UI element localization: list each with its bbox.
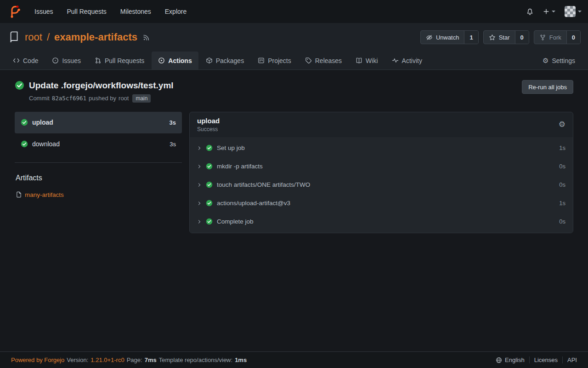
step-row-upload-artifact[interactable]: actions/upload-artifact@v3 1s <box>190 194 573 213</box>
step-duration: 1s <box>559 144 565 151</box>
run-header: Update .forgejo/workflows/test.yml Commi… <box>15 80 573 103</box>
template-label: Template repo/actions/view: <box>159 356 232 363</box>
version-link[interactable]: 1.21.0+1-rc0 <box>90 356 124 363</box>
star-count[interactable]: 0 <box>515 31 529 44</box>
steps-list: Set up job 1s mkdir -p artifacts 0s touc… <box>190 137 573 233</box>
job-row-download[interactable]: download 3s <box>15 133 182 155</box>
language-selector[interactable]: English <box>491 356 529 363</box>
branch-badge[interactable]: main <box>132 94 151 103</box>
package-icon <box>206 57 213 64</box>
step-label: actions/upload-artifact@v3 <box>217 200 290 207</box>
step-duration: 0s <box>559 218 565 225</box>
step-success-icon <box>206 181 213 188</box>
job-sidebar: upload 3s download 3s Artifacts many-art… <box>15 112 182 198</box>
gear-icon: ⚙ <box>543 57 548 64</box>
language-label: English <box>505 356 525 363</box>
unwatch-button[interactable]: Unwatch 1 <box>420 30 479 44</box>
powered-by-link[interactable]: Powered by Forgejo <box>11 356 64 363</box>
job-detail-status: Success <box>197 126 220 132</box>
page-label: Page: <box>127 356 142 363</box>
tab-projects[interactable]: Projects <box>251 52 298 69</box>
artifact-item[interactable]: many-artifacts <box>16 191 182 198</box>
job-success-icon <box>21 119 28 126</box>
api-link[interactable]: API <box>562 356 577 363</box>
tab-projects-label: Projects <box>268 57 291 64</box>
job-options-gear-icon[interactable]: ⚙ <box>559 121 565 128</box>
run-success-icon <box>15 80 24 90</box>
watch-count[interactable]: 1 <box>464 31 478 44</box>
repo-owner-link[interactable]: root <box>25 31 42 43</box>
project-board-icon <box>258 57 265 64</box>
rss-icon[interactable] <box>143 34 150 41</box>
step-success-icon <box>206 200 213 207</box>
run-title: Update .forgejo/workflows/test.yml <box>29 80 174 91</box>
tab-activity-label: Activity <box>402 57 422 64</box>
licenses-link[interactable]: Licenses <box>529 356 562 363</box>
version-label: Version: <box>67 356 88 363</box>
job-detail-name: upload <box>197 117 220 125</box>
fork-button[interactable]: Fork 0 <box>534 30 581 44</box>
step-duration: 1s <box>559 200 565 207</box>
fork-count[interactable]: 0 <box>566 31 580 44</box>
notifications-bell-icon[interactable] <box>526 8 534 16</box>
commit-author-link[interactable]: root <box>119 95 129 102</box>
commit-line: Commit 82a5cf6961 pushed by root main <box>29 94 174 103</box>
tab-packages-label: Packages <box>216 57 244 64</box>
user-menu[interactable] <box>565 6 582 17</box>
artifact-link[interactable]: many-artifacts <box>25 191 64 198</box>
pull-request-icon <box>95 57 102 64</box>
issue-circle-icon <box>52 57 59 64</box>
tab-settings[interactable]: ⚙ Settings <box>536 52 582 69</box>
tab-issues[interactable]: Issues <box>45 52 87 69</box>
artifacts-heading: Artifacts <box>16 174 182 182</box>
commit-sha-link[interactable]: 82a5cf6961 <box>52 95 86 102</box>
chevron-right-icon <box>197 146 202 150</box>
file-icon <box>16 191 22 198</box>
footer-left: Powered by Forgejo Version: 1.21.0+1-rc0… <box>11 356 247 363</box>
rerun-all-jobs-button[interactable]: Re-run all jobs <box>522 80 573 94</box>
tab-code-label: Code <box>23 57 38 64</box>
page-time: 7ms <box>145 356 157 363</box>
tab-releases[interactable]: Releases <box>299 52 348 69</box>
app-root: Issues Pull Requests Milestones Explore <box>0 0 588 368</box>
tab-code[interactable]: Code <box>6 52 45 69</box>
job-detail-header: upload Success ⚙ <box>190 112 573 137</box>
repo-name-link[interactable]: example-artifacts <box>54 31 137 43</box>
nav-milestones[interactable]: Milestones <box>113 0 158 23</box>
tab-wiki[interactable]: Wiki <box>349 52 384 69</box>
nav-issues[interactable]: Issues <box>28 0 60 23</box>
tab-packages[interactable]: Packages <box>199 52 250 69</box>
star-label: Star <box>499 34 510 41</box>
step-row-complete[interactable]: Complete job 0s <box>190 213 573 231</box>
step-row-setup[interactable]: Set up job 1s <box>190 139 573 157</box>
tag-icon <box>305 57 312 64</box>
nav-pull-requests[interactable]: Pull Requests <box>60 0 113 23</box>
tab-pull-requests[interactable]: Pull Requests <box>88 52 151 69</box>
job-name: download <box>32 140 60 148</box>
job-duration: 3s <box>170 119 176 126</box>
star-button[interactable]: Star 0 <box>483 30 529 44</box>
tab-activity[interactable]: Activity <box>385 52 429 69</box>
job-row-upload[interactable]: upload 3s <box>15 112 182 133</box>
forgejo-logo[interactable] <box>6 4 22 19</box>
tab-pull-requests-label: Pull Requests <box>105 57 144 64</box>
chevron-right-icon <box>197 164 202 169</box>
step-duration: 0s <box>559 163 565 170</box>
chevron-right-icon <box>197 183 202 187</box>
footer-right: English Licenses API <box>491 356 577 363</box>
step-row-touch[interactable]: touch artifacts/ONE artifacts/TWO 0s <box>190 176 573 194</box>
create-new-menu[interactable] <box>543 8 555 15</box>
plus-icon <box>543 8 549 15</box>
step-label: Complete job <box>217 218 254 225</box>
tab-settings-label: Settings <box>552 57 575 64</box>
step-label: mkdir -p artifacts <box>217 163 263 170</box>
step-row-mkdir[interactable]: mkdir -p artifacts 0s <box>190 157 573 176</box>
tab-issues-label: Issues <box>62 57 80 64</box>
actions-play-icon <box>158 57 165 64</box>
step-success-icon <box>206 218 213 225</box>
eye-slash-icon <box>426 34 433 41</box>
nav-explore[interactable]: Explore <box>158 0 193 23</box>
repo-action-buttons: Unwatch 1 Star 0 <box>420 30 581 44</box>
tab-actions[interactable]: Actions <box>152 52 198 69</box>
tab-actions-label: Actions <box>168 57 192 64</box>
